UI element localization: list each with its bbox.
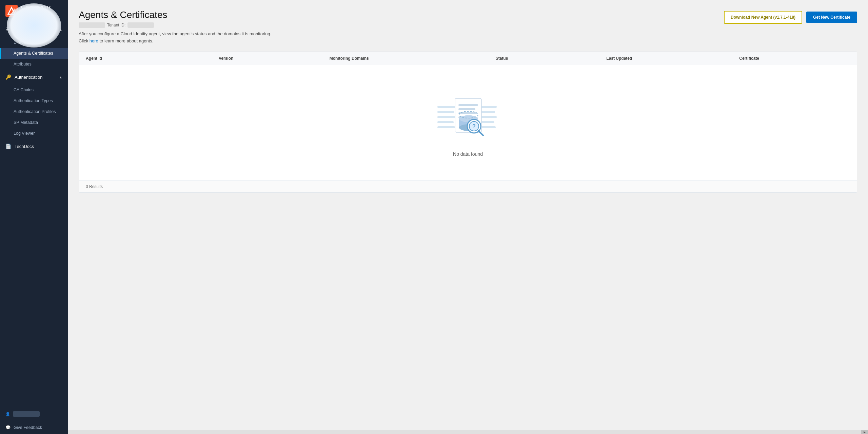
sidebar-item-log-viewer[interactable]: Log Viewer	[0, 128, 68, 139]
sidebar-item-authentication-profiles[interactable]: Authentication Profiles	[0, 106, 68, 117]
results-count: 0 Results	[86, 184, 103, 189]
page-title-block: Agents & Certificates •••••••••••••••• T…	[79, 10, 271, 45]
user-name-blurred: ••••••••••	[13, 411, 40, 417]
table-body: ? No data found	[79, 65, 857, 181]
sidebar-section-authentication: 🔑 Authentication ▲ CA Chains Authenticat…	[0, 70, 68, 139]
sidebar-item-attributes[interactable]: Attributes	[0, 59, 68, 70]
sidebar-feedback[interactable]: 💬 Give Feedback	[0, 421, 68, 434]
svg-rect-14	[458, 104, 478, 106]
col-header-status: Status	[496, 56, 607, 61]
user-icon: 👤	[5, 412, 10, 416]
sidebar-user: 👤 ••••••••••	[0, 407, 68, 421]
scroll-right-arrow[interactable]: ▶	[861, 430, 868, 434]
feedback-label: Give Feedback	[14, 425, 42, 430]
svg-text:?: ?	[472, 124, 476, 129]
table-header-row: Agent Id Version Monitoring Domains Stat…	[79, 52, 857, 65]
sidebar-bottom: 👤 •••••••••• 💬 Give Feedback	[0, 407, 68, 434]
sidebar-item-ca-chains[interactable]: CA Chains	[0, 84, 68, 95]
tenant-id-blur: ••••••••••••••••	[79, 22, 105, 28]
col-header-monitoring-domains: Monitoring Domains	[330, 56, 496, 61]
agents-table-card: Agent Id Version Monitoring Domains Stat…	[79, 52, 857, 193]
col-header-version: Version	[219, 56, 330, 61]
svg-rect-3	[437, 106, 456, 108]
tenant-id-value-blur: ••••••••••••••••	[127, 22, 154, 28]
tenant-bar: •••••••••••••••• Tenant ID: ••••••••••••…	[79, 22, 271, 28]
techdocs-icon: 📄	[5, 144, 11, 149]
sidebar-item-authentication-types[interactable]: Authentication Types	[0, 95, 68, 106]
col-header-agent-id: Agent Id	[86, 56, 219, 61]
empty-state-text: No data found	[453, 151, 483, 157]
svg-rect-15	[458, 108, 475, 110]
sidebar: CLOUD IDENTITY ENGINE BY PALO ALTO NETWO…	[0, 0, 68, 434]
get-new-certificate-button[interactable]: Get New Certificate	[806, 12, 857, 23]
svg-rect-7	[437, 126, 455, 128]
content-area: Agents & Certificates •••••••••••••••• T…	[68, 0, 868, 430]
sidebar-section-header-techdocs[interactable]: 📄 TechDocs	[0, 139, 68, 154]
svg-rect-5	[437, 116, 456, 118]
sidebar-section-techdocs: 📄 TechDocs	[0, 139, 68, 154]
techdocs-label: TechDocs	[15, 144, 34, 149]
empty-state: ? No data found	[434, 89, 502, 157]
empty-state-illustration: ?	[434, 89, 502, 143]
page-title: Agents & Certificates	[79, 10, 271, 20]
svg-rect-4	[437, 111, 454, 113]
authentication-icon: 🔑	[5, 74, 11, 80]
main-content: Agents & Certificates •••••••••••••••• T…	[68, 0, 868, 434]
authentication-label: Authentication	[15, 75, 42, 80]
sidebar-item-agents-certificates[interactable]: Agents & Certificates	[0, 48, 68, 59]
tenant-label: Tenant ID:	[107, 23, 126, 27]
chevron-up-icon-2: ▲	[59, 75, 62, 79]
header-actions: Download New Agent (v1.7.1-418) Get New …	[724, 11, 857, 24]
col-header-last-updated: Last Updated	[606, 56, 739, 61]
sidebar-section-header-authentication[interactable]: 🔑 Authentication ▲	[0, 70, 68, 84]
col-header-certificate: Certificate	[739, 56, 850, 61]
download-agent-button[interactable]: Download New Agent (v1.7.1-418)	[724, 11, 802, 24]
sidebar-item-sp-metadata[interactable]: SP Metadata	[0, 117, 68, 128]
learn-more-link[interactable]: here	[90, 38, 98, 43]
page-description: After you configure a Cloud Identity age…	[79, 31, 271, 45]
page-header: Agents & Certificates •••••••••••••••• T…	[79, 10, 857, 45]
table-footer: 0 Results	[79, 181, 857, 192]
bottom-scrollbar[interactable]: ▶	[68, 430, 868, 434]
svg-rect-6	[437, 121, 454, 123]
feedback-icon: 💬	[5, 425, 11, 430]
